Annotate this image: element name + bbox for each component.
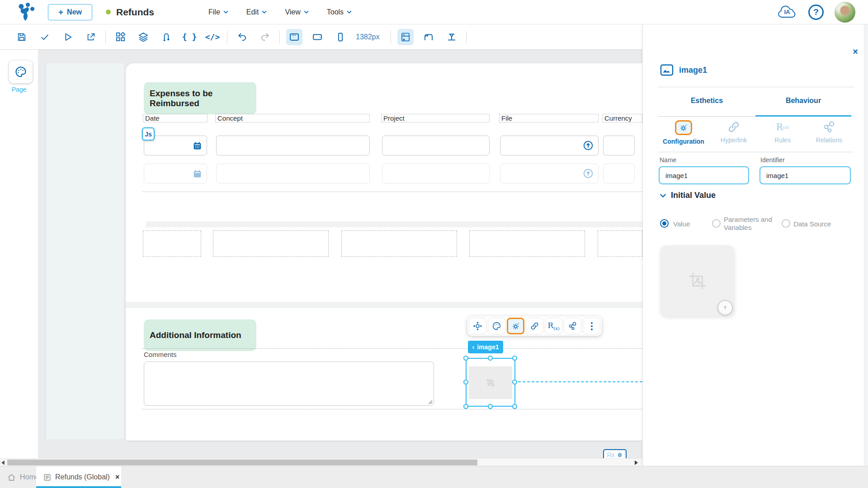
configuration-button[interactable] xyxy=(507,318,524,334)
section-header-expenses[interactable]: Expenses to be Reimbursed xyxy=(144,82,256,114)
radio-data-source[interactable] xyxy=(782,219,790,228)
selection-handle[interactable] xyxy=(463,404,468,409)
selection-handle[interactable] xyxy=(512,380,517,385)
design-canvas[interactable]: Expenses to be Reimbursed Date Concept P… xyxy=(38,50,642,458)
export-button[interactable] xyxy=(83,29,99,45)
selection-handle[interactable] xyxy=(512,404,517,409)
js-script-badge[interactable]: Js xyxy=(142,127,155,141)
components-button[interactable] xyxy=(112,29,128,45)
tab-refunds-global[interactable]: Refunds (Global) × xyxy=(36,466,121,488)
form-page[interactable]: Expenses to be Reimbursed Date Concept P… xyxy=(126,63,642,441)
image-crop-icon xyxy=(485,377,496,388)
menu-file[interactable]: File xyxy=(208,8,228,16)
esthetics-button[interactable] xyxy=(488,318,505,334)
alignment-guide xyxy=(518,381,642,382)
widget-toolbar: R(x) xyxy=(467,316,602,336)
validate-button[interactable] xyxy=(37,29,53,45)
empty-cell[interactable] xyxy=(598,230,642,257)
name-input[interactable] xyxy=(659,166,749,184)
subtab-relations[interactable]: Relations xyxy=(806,120,853,144)
menu-edit[interactable]: Edit xyxy=(246,8,267,16)
selection-handle[interactable] xyxy=(488,356,493,361)
empty-cell[interactable] xyxy=(143,230,201,257)
scroll-left-arrow[interactable] xyxy=(1,460,5,465)
concept-input-ghost[interactable] xyxy=(216,164,370,183)
date-input-ghost[interactable] xyxy=(144,164,207,183)
move-widget-button[interactable] xyxy=(469,318,486,334)
empty-cell[interactable] xyxy=(213,230,329,257)
tab-close-icon[interactable]: × xyxy=(115,473,119,481)
save-button[interactable] xyxy=(14,29,30,45)
relations-button[interactable] xyxy=(564,318,581,334)
project-input[interactable] xyxy=(382,136,490,155)
more-options-button[interactable] xyxy=(583,318,600,334)
selection-handle[interactable] xyxy=(488,404,493,409)
initial-value-header[interactable]: Initial Value xyxy=(660,191,716,200)
tablet-view-button[interactable] xyxy=(309,29,326,45)
empty-cell[interactable] xyxy=(469,230,585,257)
help-button[interactable]: ? xyxy=(808,5,824,20)
user-avatar[interactable] xyxy=(835,2,855,23)
radio-value[interactable] xyxy=(660,219,669,228)
preview-button[interactable] xyxy=(60,29,76,45)
initial-value-image-placeholder[interactable] xyxy=(660,245,735,316)
rules-button[interactable]: R(x) xyxy=(545,318,562,334)
ai-assistant-button[interactable]: IA xyxy=(777,4,797,20)
identifier-input[interactable] xyxy=(760,166,851,184)
canvas-hscrollbar[interactable] xyxy=(0,458,642,466)
tab-esthetics[interactable]: Esthetics xyxy=(658,97,755,105)
panel-close-button[interactable]: × xyxy=(853,47,858,56)
form-structure-button[interactable] xyxy=(397,29,414,45)
js-badge-label: Js xyxy=(145,131,152,138)
selection-handle[interactable] xyxy=(463,380,468,385)
selected-widget-tag[interactable]: ‹ image1 xyxy=(468,341,503,353)
new-button[interactable]: + New xyxy=(48,4,92,20)
connections-button[interactable] xyxy=(158,29,175,45)
upload-image-button[interactable] xyxy=(717,300,733,315)
resize-handle-icon[interactable] xyxy=(428,400,433,404)
column-header-concept[interactable]: Concept xyxy=(215,114,370,122)
layers-button[interactable] xyxy=(135,29,151,45)
tab-home[interactable]: Home xyxy=(7,466,39,488)
container-button[interactable] xyxy=(420,29,437,45)
file-input[interactable] xyxy=(500,136,599,155)
file-input-ghost[interactable] xyxy=(500,164,599,183)
subtab-hyperlink[interactable]: Hyperlink xyxy=(710,120,757,144)
rx-rules-badge[interactable]: Rx xyxy=(603,449,627,458)
menu-tools[interactable]: Tools xyxy=(327,8,352,16)
subtab-configuration[interactable]: Configuration xyxy=(660,120,707,145)
project-input-ghost[interactable] xyxy=(382,164,490,183)
hyperlink-button[interactable] xyxy=(526,318,543,334)
selected-image-widget[interactable] xyxy=(466,358,515,407)
subtab-rules[interactable]: R(x) Rules xyxy=(759,120,806,144)
app-logo-icon[interactable] xyxy=(15,3,36,22)
panel-scrollbar[interactable] xyxy=(864,24,868,466)
currency-input[interactable] xyxy=(603,136,635,155)
currency-input-ghost[interactable] xyxy=(603,164,635,183)
redo-button[interactable] xyxy=(257,29,273,45)
column-header-file[interactable]: File xyxy=(499,114,599,122)
comments-field-wrap xyxy=(144,361,434,406)
tab-behaviour[interactable]: Behaviour xyxy=(755,97,851,105)
undo-button[interactable] xyxy=(234,29,250,45)
source-code-button[interactable]: </> xyxy=(204,29,221,45)
column-header-project[interactable]: Project xyxy=(381,114,490,122)
menu-view[interactable]: View xyxy=(285,8,308,16)
empty-cell[interactable] xyxy=(341,230,457,257)
comments-textarea[interactable] xyxy=(144,361,434,406)
braces-button[interactable]: { } xyxy=(181,29,198,45)
mobile-view-button[interactable] xyxy=(332,29,349,45)
column-label: Project xyxy=(383,114,405,122)
concept-input[interactable] xyxy=(216,136,370,155)
selection-handle[interactable] xyxy=(512,356,517,361)
column-header-date[interactable]: Date xyxy=(143,114,208,122)
page-palette-button[interactable] xyxy=(9,61,33,83)
section-header-additional[interactable]: Additional Information xyxy=(144,319,256,351)
selection-handle[interactable] xyxy=(463,356,468,361)
desktop-view-button[interactable] xyxy=(286,29,302,45)
column-header-currency[interactable]: Currency xyxy=(602,114,642,122)
scrollbar-thumb[interactable] xyxy=(7,460,477,465)
radio-parameters-variables[interactable] xyxy=(712,219,721,228)
filter-align-button[interactable] xyxy=(443,29,460,45)
scroll-right-arrow[interactable] xyxy=(635,460,638,465)
